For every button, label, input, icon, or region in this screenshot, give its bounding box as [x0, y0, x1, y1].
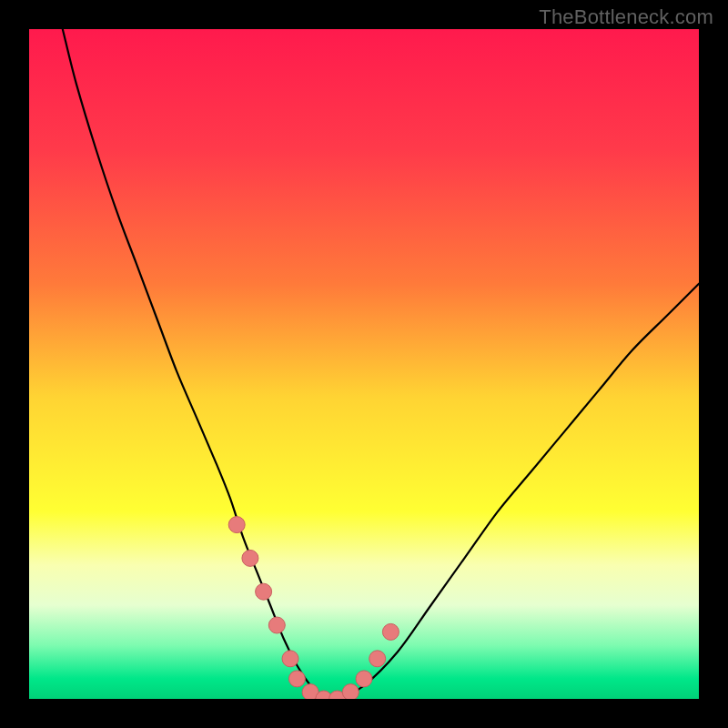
marker-point — [228, 517, 245, 533]
plot-area — [29, 29, 699, 699]
marker-point — [256, 583, 272, 600]
marker-point — [242, 550, 258, 566]
watermark-text: TheBottleneck.com — [539, 5, 713, 29]
marker-point — [369, 651, 386, 667]
marker-point — [356, 671, 372, 687]
marker-point — [382, 623, 399, 640]
marker-point — [342, 684, 359, 699]
chart-frame: TheBottleneck.com — [0, 0, 728, 728]
chart-svg — [29, 29, 699, 699]
marker-point — [282, 651, 298, 667]
marker-point — [268, 617, 285, 633]
marker-point — [288, 671, 305, 687]
gradient-background — [29, 29, 699, 699]
